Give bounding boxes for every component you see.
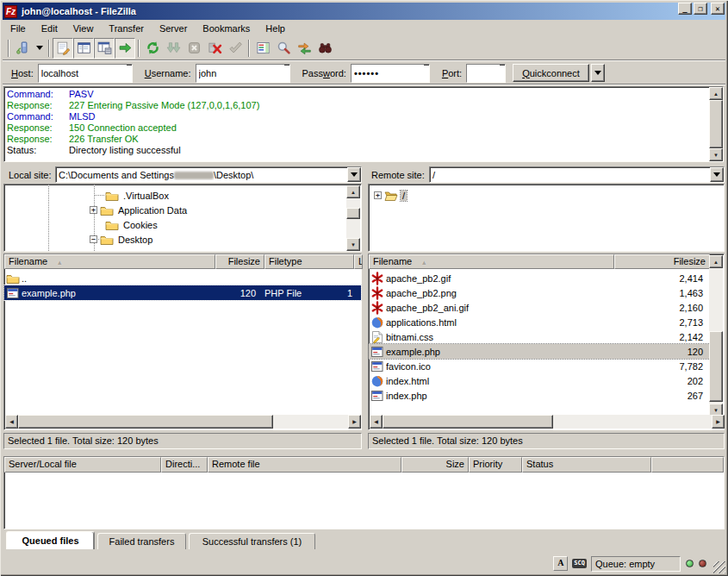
tree-expander-plus[interactable]: [90, 206, 97, 214]
column-header-status[interactable]: Status: [522, 457, 651, 473]
column-header-filesize[interactable]: Filesize: [215, 254, 264, 269]
menu-help[interactable]: Help: [258, 22, 293, 35]
menu-view[interactable]: View: [65, 22, 102, 35]
status-bar: A SCQ Queue: empty: [3, 554, 725, 573]
column-header-last-modified[interactable]: L: [354, 254, 363, 269]
title-bar[interactable]: Fz john@localhost - FileZilla: [3, 3, 725, 20]
scrollbar-thumb[interactable]: [709, 331, 723, 402]
file-row-apache-pb2-ani-gif[interactable]: apache_pb2_ani.gif 2,160: [369, 300, 710, 315]
scroll-up-arrow[interactable]: [709, 87, 723, 100]
scroll-down-arrow[interactable]: [709, 148, 723, 161]
cancel-operation-button[interactable]: [184, 38, 204, 59]
username-input[interactable]: [196, 65, 284, 82]
scroll-up-arrow[interactable]: [709, 255, 723, 268]
site-manager-button[interactable]: [12, 38, 33, 59]
combo-dropdown-button[interactable]: [710, 167, 724, 182]
column-header-remote-file[interactable]: Remote file: [208, 457, 401, 473]
queue-status: Queue: empty: [591, 556, 681, 572]
menu-file[interactable]: File: [3, 22, 34, 35]
column-header-filesize[interactable]: Filesize: [614, 254, 710, 269]
scroll-right-arrow[interactable]: [712, 415, 725, 429]
column-header-direction[interactable]: Directi...: [161, 457, 208, 473]
menu-edit[interactable]: Edit: [34, 22, 65, 35]
file-row-index-php[interactable]: index.php 267: [369, 388, 710, 403]
binoculars-icon: [318, 41, 333, 55]
queue-header: Server/Local file Directi... Remote file…: [4, 457, 724, 473]
tree-item-cookies[interactable]: Cookies: [103, 217, 159, 232]
folder-icon: [6, 272, 20, 285]
tree-expander-minus[interactable]: [90, 235, 97, 243]
scroll-left-arrow[interactable]: [5, 415, 18, 429]
scrollbar-thumb[interactable]: [346, 208, 360, 219]
file-row-example-php[interactable]: example.php 120: [369, 344, 710, 359]
local-site-path: C:\Documents and Settings\Desktop\: [56, 170, 347, 180]
local-tree-icon: [77, 41, 91, 55]
refresh-button[interactable]: [142, 38, 163, 59]
port-input[interactable]: [467, 65, 500, 82]
toggle-remote-tree-button[interactable]: [94, 38, 115, 59]
file-row-example-php[interactable]: example.php 120 PHP File 1: [4, 285, 361, 300]
column-header-priority[interactable]: Priority: [469, 457, 522, 473]
minimize-button[interactable]: [678, 3, 692, 15]
scroll-left-arrow[interactable]: [370, 415, 383, 429]
file-row-apache-pb2-gif[interactable]: apache_pb2.gif 2,414: [369, 271, 710, 285]
toggle-queue-button[interactable]: [115, 38, 135, 59]
file-row-favicon-ico[interactable]: favicon.ico 7,782: [369, 359, 710, 373]
column-header-filename[interactable]: Filename: [369, 254, 614, 269]
remote-site-label: Remote site:: [371, 170, 425, 180]
scroll-down-arrow[interactable]: [346, 238, 360, 251]
local-list-hscrollbar[interactable]: [5, 415, 361, 429]
resize-grip[interactable]: [713, 561, 725, 573]
column-header-filename[interactable]: Filename: [4, 254, 215, 269]
file-row-apache-pb2-png[interactable]: apache_pb2.png 1,463: [369, 285, 710, 300]
quickconnect-button[interactable]: Quickconnect: [513, 64, 589, 82]
local-site-combo[interactable]: C:\Documents and Settings\Desktop\: [55, 166, 362, 183]
log-line: Response:150 Connection accepted: [7, 122, 706, 134]
column-header-size[interactable]: Size: [401, 457, 469, 473]
remote-site-combo[interactable]: /: [429, 166, 725, 183]
tab-failed-transfers[interactable]: Failed transfers: [97, 533, 186, 549]
file-row-applications-html[interactable]: applications.html 2,713: [369, 315, 710, 329]
file-row-parent-dir[interactable]: ..: [4, 271, 361, 285]
scroll-up-arrow[interactable]: [346, 185, 360, 198]
synchronized-browsing-button[interactable]: [294, 38, 314, 59]
log-scrollbar[interactable]: [709, 87, 723, 161]
file-row-bitnami-css[interactable]: bitnami.css 2,142: [369, 329, 710, 344]
tree-item-application-data[interactable]: Application Data: [90, 203, 189, 217]
process-queue-button[interactable]: [163, 38, 184, 59]
remote-list-vscrollbar[interactable]: [709, 255, 723, 416]
scroll-right-arrow[interactable]: [348, 415, 361, 429]
close-button[interactable]: [711, 3, 725, 15]
site-manager-dropdown-button[interactable]: [33, 38, 46, 59]
toggle-local-tree-button[interactable]: [73, 38, 94, 59]
maximize-button[interactable]: [694, 3, 707, 15]
column-header-filetype[interactable]: Filetype: [264, 254, 354, 269]
scrollbar-thumb[interactable]: [383, 415, 553, 429]
directory-listing-filters-button[interactable]: [252, 38, 273, 59]
toggle-message-log-button[interactable]: [53, 38, 73, 59]
local-tree-scrollbar[interactable]: [346, 185, 360, 251]
tree-item-desktop[interactable]: Desktop: [90, 232, 154, 247]
tab-successful-transfers[interactable]: Successful transfers (1): [189, 533, 315, 549]
disconnect-button[interactable]: [204, 38, 225, 59]
scrollbar-thumb[interactable]: [709, 100, 723, 148]
image-file-icon: [370, 286, 384, 300]
directory-comparison-button[interactable]: [273, 38, 294, 59]
column-header-server-local-file[interactable]: Server/Local file: [4, 457, 161, 473]
file-row-index-html[interactable]: index.html 202: [369, 373, 710, 388]
tree-item-virtualbox[interactable]: .VirtualBox: [103, 188, 171, 203]
tree-item-root[interactable]: /: [374, 188, 407, 203]
combo-dropdown-button[interactable]: [347, 167, 361, 182]
tree-expander-plus[interactable]: [374, 191, 382, 199]
menu-bookmarks[interactable]: Bookmarks: [195, 22, 258, 35]
tab-queued-files[interactable]: Queued files: [6, 531, 95, 549]
remote-list-hscrollbar[interactable]: [370, 415, 725, 429]
reconnect-button[interactable]: [225, 38, 246, 59]
scrollbar-thumb[interactable]: [18, 415, 273, 429]
password-input[interactable]: [352, 65, 424, 82]
menu-server[interactable]: Server: [152, 22, 195, 35]
find-files-button[interactable]: [314, 38, 335, 59]
menu-transfer[interactable]: Transfer: [101, 22, 152, 35]
host-input[interactable]: [39, 65, 127, 82]
quickconnect-dropdown-button[interactable]: [591, 64, 605, 82]
